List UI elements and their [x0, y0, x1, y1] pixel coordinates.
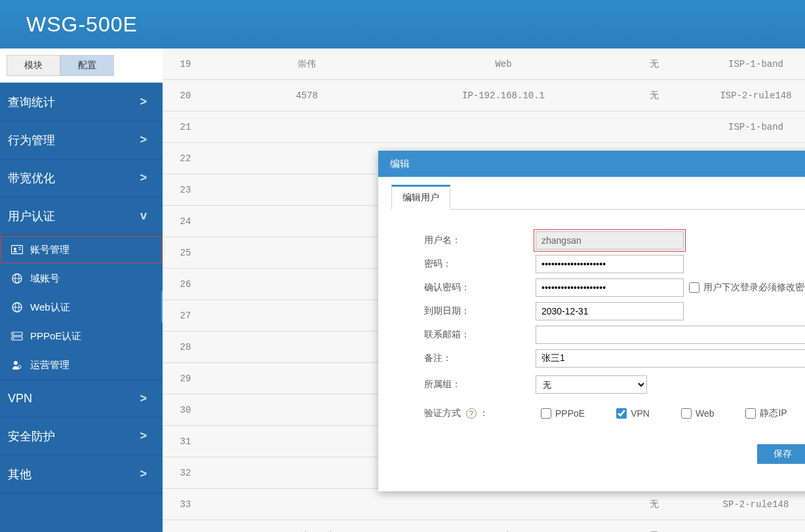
cell-ip: Web	[405, 59, 602, 69]
cell-index: 19	[163, 59, 208, 69]
cell-index: 24	[163, 216, 208, 227]
must-change-password-option[interactable]: 用户下次登录必须修改密码	[689, 282, 805, 294]
nav-sub-label: Web认证	[30, 301, 70, 314]
tab-edit-user[interactable]: 编辑用户	[391, 185, 450, 210]
static-ip-checkbox[interactable]	[745, 408, 756, 419]
sidebar: 模块 配置 查询统计 > 行为管理 > 带宽优化 > 用户认证 v	[0, 48, 163, 532]
label-email: 联系邮箱：	[424, 329, 536, 341]
cell-group: 无	[602, 499, 707, 510]
svg-point-12	[13, 333, 14, 335]
nav-sub-label: 运营管理	[30, 359, 69, 371]
remark-input[interactable]	[536, 349, 805, 368]
table-row[interactable]: 21ISP-1-band	[163, 111, 805, 143]
nav-query-stats[interactable]: 查询统计 >	[0, 83, 163, 121]
web-checkbox[interactable]	[681, 408, 692, 419]
nav-label: 安全防护	[8, 428, 55, 444]
table-row[interactable]: 204578IP-192.168.10.1无ISP-2-rule148	[163, 80, 805, 111]
cell-name: 崇伟	[208, 58, 405, 70]
server-icon	[10, 330, 24, 343]
chevron-down-icon: v	[140, 209, 147, 223]
sidebar-tabs: 模块 配置	[0, 48, 163, 76]
cell-index: 25	[163, 248, 208, 258]
nav-sub-label: 账号管理	[30, 244, 69, 256]
cell-index: 23	[163, 185, 208, 195]
chevron-right-icon: >	[140, 429, 147, 443]
auth-vpn-option[interactable]: VPN	[616, 408, 650, 419]
nav-vpn[interactable]: VPN >	[0, 379, 163, 417]
tab-config[interactable]: 配置	[60, 55, 114, 76]
cell-index: 30	[163, 405, 208, 415]
nav-label: VPN	[8, 392, 32, 406]
svg-point-14	[14, 361, 18, 365]
table-row[interactable]: 33无SP-2-rule148	[163, 489, 805, 520]
modal-title: 编辑	[390, 158, 410, 170]
nav-label: 其他	[8, 466, 31, 482]
chevron-right-icon: >	[140, 467, 147, 481]
expire-date-input[interactable]	[536, 302, 684, 320]
cell-ip: IP-192.168.10.1	[405, 90, 602, 101]
sidebar-item-ops-mgmt[interactable]: 运营管理	[0, 351, 163, 379]
nav-behavior-mgmt[interactable]: 行为管理 >	[0, 121, 163, 159]
label-group: 所属组：	[424, 379, 536, 390]
tab-module[interactable]: 模块	[7, 55, 60, 76]
confirm-password-input[interactable]	[536, 278, 684, 297]
save-button[interactable]: 保存	[757, 444, 805, 464]
modal-tabs: 编辑用户	[391, 185, 805, 210]
cell-rule: ISP-2-rule148	[707, 90, 805, 101]
cell-index: 26	[163, 279, 208, 290]
email-input[interactable]	[536, 326, 805, 344]
auth-web-option[interactable]: Web	[681, 408, 715, 419]
nav-other[interactable]: 其他 >	[0, 455, 163, 493]
nav-label: 用户认证	[8, 208, 55, 224]
chevron-right-icon: >	[140, 95, 147, 109]
cell-index: 22	[163, 153, 208, 164]
password-input[interactable]	[536, 255, 684, 273]
cell-index: 27	[163, 311, 208, 321]
globe-icon	[10, 272, 24, 285]
sidebar-item-web-auth[interactable]: Web认证	[0, 293, 163, 322]
sidebar-tabs-spacer	[0, 76, 163, 83]
main-content: 19崇伟Web无ISP-1-band204578IP-192.168.10.1无…	[163, 48, 805, 532]
modal-header[interactable]: 编辑 ×	[378, 151, 805, 177]
web-label: Web	[696, 408, 715, 419]
chevron-right-icon: >	[140, 171, 147, 185]
chevron-right-icon: >	[140, 133, 147, 147]
sidebar-item-domain-account[interactable]: 域账号	[0, 264, 163, 293]
nav-user-auth[interactable]: 用户认证 v	[0, 197, 163, 235]
id-card-icon	[10, 243, 24, 256]
table-row[interactable]: 34testboundWeb无	[163, 520, 805, 532]
help-icon[interactable]: ?	[466, 408, 477, 419]
must-change-password-label: 用户下次登录必须修改密码	[703, 282, 805, 294]
cell-index: 32	[163, 468, 208, 478]
app-title: WSG-500E	[26, 12, 138, 37]
label-username: 用户名：	[424, 235, 536, 246]
must-change-password-checkbox[interactable]	[689, 282, 699, 293]
cell-index: 33	[163, 499, 208, 510]
globe-icon	[10, 301, 24, 314]
cell-index: 31	[163, 436, 208, 447]
auth-static-ip-option[interactable]: 静态IP	[745, 408, 787, 419]
cell-group: 无	[602, 58, 707, 70]
sidebar-item-pppoe-auth[interactable]: PPPoE认证	[0, 322, 163, 351]
static-ip-label: 静态IP	[760, 408, 787, 419]
username-input[interactable]	[536, 231, 684, 250]
cell-index: 28	[163, 342, 208, 352]
svg-point-15	[18, 366, 21, 368]
nav-bandwidth-opt[interactable]: 带宽优化 >	[0, 159, 163, 197]
label-confirm-password: 确认密码：	[424, 282, 536, 294]
group-select[interactable]: 无	[536, 375, 647, 394]
pppoe-checkbox[interactable]	[541, 408, 551, 419]
auth-pppoe-option[interactable]: PPPoE	[541, 408, 585, 419]
nav-security[interactable]: 安全防护 >	[0, 417, 163, 455]
vpn-checkbox[interactable]	[616, 408, 627, 419]
app-header: WSG-500E	[0, 0, 805, 48]
cell-group: 无	[602, 90, 707, 102]
table-row[interactable]: 19崇伟Web无ISP-1-band	[163, 48, 805, 80]
cell-index: 29	[163, 373, 208, 384]
chevron-right-icon: >	[140, 392, 147, 406]
nav-label: 带宽优化	[8, 170, 55, 186]
cell-index: 21	[163, 122, 208, 132]
sidebar-item-account-mgmt[interactable]: 账号管理	[0, 235, 163, 264]
label-auth-method: 验证方式 ? ：	[424, 408, 536, 419]
svg-point-13	[13, 338, 14, 339]
